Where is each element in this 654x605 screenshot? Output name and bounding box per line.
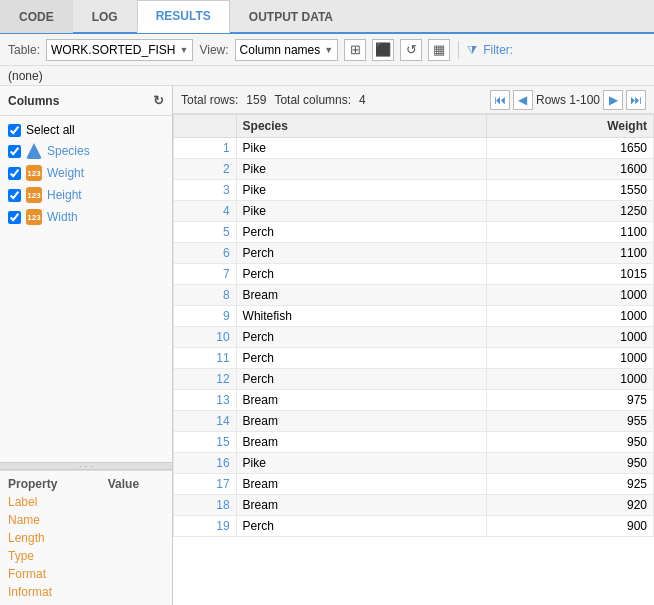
cell-species: Pike: [236, 453, 486, 474]
cell-species: Pike: [236, 138, 486, 159]
export-button[interactable]: ⬛: [372, 39, 394, 61]
table-row[interactable]: 8 Bream 1000: [174, 285, 654, 306]
next-page-button[interactable]: ▶: [603, 90, 623, 110]
table-row[interactable]: 6 Perch 1100: [174, 243, 654, 264]
filter-label[interactable]: Filter:: [483, 43, 513, 57]
cell-weight: 1250: [487, 201, 654, 222]
select-all-checkbox[interactable]: [8, 124, 21, 137]
table-row[interactable]: 11 Perch 1000: [174, 348, 654, 369]
cell-species: Perch: [236, 222, 486, 243]
view-value: Column names: [240, 43, 321, 57]
data-table-body: 1 Pike 1650 2 Pike 1600 3 Pike 1550 4 Pi…: [174, 138, 654, 537]
cell-species: Pike: [236, 201, 486, 222]
data-table-container[interactable]: Species Weight 1 Pike 1650 2 Pike 1600 3…: [173, 114, 654, 605]
col-item-species[interactable]: Species: [0, 140, 172, 162]
total-cols-value: 4: [359, 93, 366, 107]
right-panel: Total rows: 159 Total columns: 4 ⏮ ◀ Row…: [173, 86, 654, 605]
grid-view-button[interactable]: ⊞: [344, 39, 366, 61]
cell-weight: 920: [487, 495, 654, 516]
first-page-button[interactable]: ⏮: [490, 90, 510, 110]
view-select[interactable]: Column names ▼: [235, 39, 339, 61]
table-row[interactable]: 17 Bream 925: [174, 474, 654, 495]
table-row[interactable]: 18 Bream 920: [174, 495, 654, 516]
cell-rownum: 2: [174, 159, 237, 180]
panel-resize-handle[interactable]: · · ·: [0, 462, 172, 470]
table-row[interactable]: 7 Perch 1015: [174, 264, 654, 285]
tab-code[interactable]: CODE: [0, 0, 73, 33]
left-panel: Columns ↻ Select all Species 123 Weight: [0, 86, 173, 605]
cell-species: Bream: [236, 474, 486, 495]
prop-row-informat: Informat: [0, 583, 172, 601]
cell-species: Bream: [236, 285, 486, 306]
table-row[interactable]: 9 Whitefish 1000: [174, 306, 654, 327]
prop-row-length: Length: [0, 529, 172, 547]
tab-results[interactable]: RESULTS: [137, 0, 230, 33]
columns-header: Columns ↻: [0, 86, 172, 116]
toolbar: Table: WORK.SORTED_FISH ▼ View: Column n…: [0, 34, 654, 66]
prop-row-name: Name: [0, 511, 172, 529]
prev-page-button[interactable]: ◀: [513, 90, 533, 110]
prop-name-label: Label: [0, 493, 100, 511]
value-col-header: Value: [100, 475, 172, 493]
prop-name-type: Type: [0, 547, 100, 565]
table-row[interactable]: 10 Perch 1000: [174, 327, 654, 348]
cell-weight: 950: [487, 453, 654, 474]
cell-species: Bream: [236, 432, 486, 453]
table-row[interactable]: 2 Pike 1600: [174, 159, 654, 180]
view-dropdown-arrow: ▼: [324, 45, 333, 55]
cell-species: Pike: [236, 180, 486, 201]
table-row[interactable]: 4 Pike 1250: [174, 201, 654, 222]
prop-row-type: Type: [0, 547, 172, 565]
col-item-width[interactable]: 123 Width: [0, 206, 172, 228]
prop-row-format: Format: [0, 565, 172, 583]
cell-weight: 950: [487, 432, 654, 453]
table-row[interactable]: 16 Pike 950: [174, 453, 654, 474]
table-row[interactable]: 14 Bream 955: [174, 411, 654, 432]
select-all-item[interactable]: Select all: [0, 120, 172, 140]
columns-button[interactable]: ▦: [428, 39, 450, 61]
col-header-rownum: [174, 115, 237, 138]
col-header-weight[interactable]: Weight: [487, 115, 654, 138]
total-rows-label: Total rows:: [181, 93, 238, 107]
none-row: (none): [0, 66, 654, 86]
col-checkbox-species[interactable]: [8, 145, 21, 158]
last-page-button[interactable]: ⏭: [626, 90, 646, 110]
refresh-button[interactable]: ↺: [400, 39, 422, 61]
cell-species: Perch: [236, 348, 486, 369]
table-row[interactable]: 13 Bream 975: [174, 390, 654, 411]
prop-row-label: Label: [0, 493, 172, 511]
cell-species: Perch: [236, 327, 486, 348]
cell-rownum: 15: [174, 432, 237, 453]
tab-log[interactable]: LOG: [73, 0, 137, 33]
select-all-label: Select all: [26, 123, 75, 137]
cell-rownum: 11: [174, 348, 237, 369]
col-checkbox-height[interactable]: [8, 189, 21, 202]
col-label-width: Width: [47, 210, 78, 224]
tab-output-data[interactable]: OUTPUT DATA: [230, 0, 352, 33]
col-checkbox-weight[interactable]: [8, 167, 21, 180]
width-type-icon: 123: [26, 209, 42, 225]
col-checkbox-width[interactable]: [8, 211, 21, 224]
cell-weight: 1000: [487, 327, 654, 348]
table-row[interactable]: 19 Perch 900: [174, 516, 654, 537]
prop-name-length: Length: [0, 529, 100, 547]
table-row[interactable]: 5 Perch 1100: [174, 222, 654, 243]
columns-refresh-icon[interactable]: ↻: [153, 93, 164, 108]
table-select[interactable]: WORK.SORTED_FISH ▼: [46, 39, 193, 61]
cell-species: Bream: [236, 411, 486, 432]
table-row[interactable]: 12 Perch 1000: [174, 369, 654, 390]
cell-weight: 1000: [487, 306, 654, 327]
table-row[interactable]: 15 Bream 950: [174, 432, 654, 453]
table-row[interactable]: 3 Pike 1550: [174, 180, 654, 201]
table-row[interactable]: 1 Pike 1650: [174, 138, 654, 159]
cell-weight: 1600: [487, 159, 654, 180]
nav-buttons: ⏮ ◀ Rows 1-100 ▶ ⏭: [490, 90, 646, 110]
col-item-weight[interactable]: 123 Weight: [0, 162, 172, 184]
col-header-species[interactable]: Species: [236, 115, 486, 138]
col-item-height[interactable]: 123 Height: [0, 184, 172, 206]
cell-species: Perch: [236, 369, 486, 390]
cell-rownum: 12: [174, 369, 237, 390]
cell-species: Perch: [236, 264, 486, 285]
prop-name-format: Format: [0, 565, 100, 583]
cell-rownum: 6: [174, 243, 237, 264]
